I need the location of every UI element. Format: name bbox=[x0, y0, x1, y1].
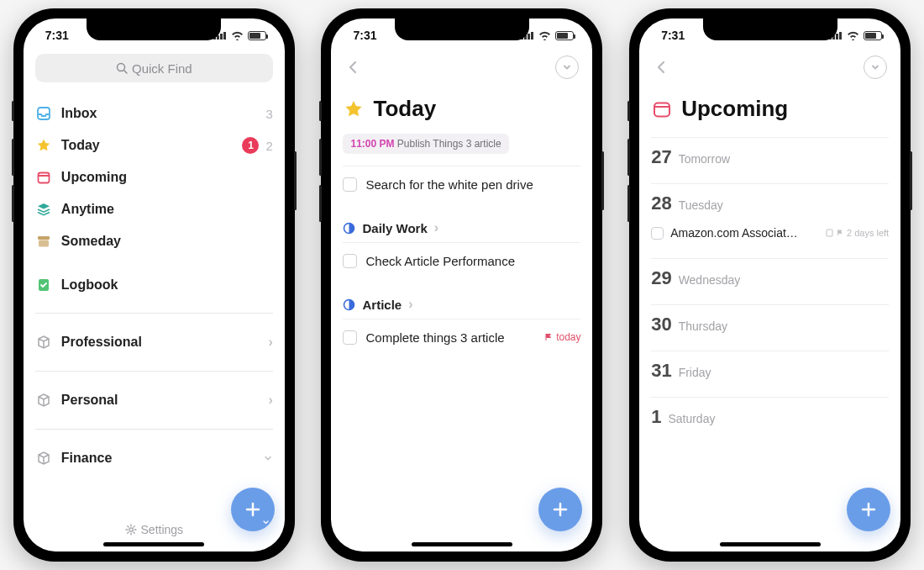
more-options-button[interactable] bbox=[555, 55, 579, 79]
sidebar-item-label: Logbook bbox=[61, 277, 273, 293]
search-placeholder: Quick Find bbox=[132, 61, 192, 76]
battery-icon bbox=[555, 31, 574, 40]
chevron-right-icon: › bbox=[434, 220, 438, 235]
overdue-badge: 1 bbox=[242, 137, 259, 154]
deadline-label: today bbox=[556, 331, 580, 343]
task-label: Search for the white pen drive bbox=[365, 177, 533, 192]
note-icon bbox=[826, 229, 833, 237]
sidebar-item-someday[interactable]: Someday bbox=[35, 225, 273, 257]
event-text: Publish Things 3 article bbox=[397, 138, 501, 150]
home-indicator[interactable] bbox=[103, 542, 204, 546]
day-section-27[interactable]: 27Tomorrow bbox=[651, 137, 889, 168]
project-daily-work[interactable]: Daily Work › bbox=[343, 220, 580, 235]
task-label: Complete things 3 article bbox=[365, 330, 504, 345]
task-row[interactable]: Amazon.com Associat… 2 days left bbox=[651, 223, 889, 243]
area-label: Personal bbox=[61, 393, 260, 408]
status-time: 7:31 bbox=[661, 29, 685, 42]
cube-icon bbox=[35, 450, 52, 467]
flag-icon bbox=[544, 333, 553, 341]
svg-line-5 bbox=[123, 71, 127, 74]
area-label: Finance bbox=[61, 451, 254, 466]
sidebar-item-inbox[interactable]: Inbox 3 bbox=[35, 98, 273, 129]
sidebar-item-upcoming[interactable]: Upcoming bbox=[35, 161, 273, 193]
svg-point-12 bbox=[129, 528, 132, 531]
task-row[interactable]: Complete things 3 article today bbox=[343, 319, 580, 355]
back-button[interactable] bbox=[653, 56, 669, 78]
inbox-icon bbox=[35, 105, 52, 122]
area-personal[interactable]: Personal › bbox=[35, 383, 273, 417]
task-checkbox[interactable] bbox=[343, 330, 357, 345]
back-button[interactable] bbox=[344, 56, 361, 78]
task-label: Check Article Performance bbox=[365, 254, 515, 268]
day-section-28[interactable]: 28Tuesday Amazon.com Associat… 2 days le… bbox=[651, 183, 889, 243]
cube-icon bbox=[35, 392, 52, 409]
star-icon bbox=[35, 137, 52, 154]
chevron-down-icon bbox=[562, 62, 572, 72]
new-task-button[interactable] bbox=[538, 488, 582, 531]
svg-rect-17 bbox=[528, 34, 530, 40]
task-checkbox[interactable] bbox=[651, 227, 664, 240]
new-task-button[interactable] bbox=[847, 488, 890, 531]
status-time: 7:31 bbox=[45, 29, 69, 42]
svg-rect-2 bbox=[220, 34, 223, 40]
chevron-down-icon bbox=[263, 453, 273, 463]
task-checkbox[interactable] bbox=[343, 254, 357, 268]
search-input[interactable]: Quick Find bbox=[35, 54, 273, 82]
home-indicator[interactable] bbox=[720, 542, 821, 546]
svg-rect-27 bbox=[654, 103, 669, 116]
day-section-30[interactable]: 30Thursday bbox=[651, 304, 889, 335]
project-article[interactable]: Article › bbox=[343, 297, 580, 312]
svg-rect-3 bbox=[223, 32, 226, 40]
task-checkbox[interactable] bbox=[343, 177, 357, 192]
new-task-button[interactable] bbox=[231, 488, 275, 531]
settings-button[interactable]: Settings bbox=[125, 523, 184, 536]
sidebar-item-today[interactable]: Today 1 2 bbox=[35, 129, 273, 161]
day-number: 31 bbox=[651, 360, 671, 382]
area-professional[interactable]: Professional › bbox=[35, 325, 273, 359]
home-indicator[interactable] bbox=[412, 542, 512, 546]
page-title: Upcoming bbox=[681, 96, 788, 122]
day-section-1[interactable]: 1Saturday bbox=[651, 397, 889, 428]
task-row[interactable]: Search for the white pen drive bbox=[343, 166, 580, 202]
chevron-down-icon bbox=[263, 520, 269, 525]
day-number: 1 bbox=[651, 406, 661, 428]
sidebar-item-logbook[interactable]: Logbook bbox=[35, 269, 273, 301]
day-number: 29 bbox=[651, 267, 671, 289]
day-number: 30 bbox=[651, 314, 671, 335]
sidebar-item-label: Anytime bbox=[61, 202, 273, 217]
settings-label: Settings bbox=[141, 523, 184, 536]
archive-icon bbox=[35, 233, 52, 250]
page-title: Today bbox=[373, 96, 436, 122]
more-options-button[interactable] bbox=[864, 55, 887, 79]
area-finance[interactable]: Finance bbox=[35, 441, 273, 475]
chevron-right-icon: › bbox=[269, 393, 273, 408]
day-section-31[interactable]: 31Friday bbox=[651, 351, 889, 382]
deadline-label: 2 days left bbox=[847, 228, 889, 238]
project-label: Daily Work bbox=[362, 221, 427, 235]
scheduled-event[interactable]: 11:00 PM Publish Things 3 article bbox=[343, 134, 508, 154]
logbook-icon bbox=[35, 277, 52, 293]
day-number: 28 bbox=[651, 193, 671, 214]
project-progress-icon bbox=[343, 298, 355, 311]
day-name: Wednesday bbox=[679, 273, 741, 287]
plus-icon bbox=[244, 500, 262, 519]
day-section-29[interactable]: 29Wednesday bbox=[651, 258, 889, 289]
svg-rect-10 bbox=[39, 240, 49, 247]
day-name: Tuesday bbox=[679, 198, 723, 212]
plus-icon bbox=[859, 500, 878, 519]
plus-icon bbox=[551, 500, 570, 519]
task-row[interactable]: Check Article Performance bbox=[343, 243, 580, 278]
svg-rect-25 bbox=[836, 34, 838, 40]
sidebar-item-anytime[interactable]: Anytime bbox=[35, 193, 273, 225]
day-name: Saturday bbox=[668, 412, 715, 425]
svg-rect-7 bbox=[38, 173, 49, 183]
day-number: 27 bbox=[651, 146, 671, 168]
sidebar-item-label: Someday bbox=[61, 234, 273, 249]
project-progress-icon bbox=[343, 222, 355, 235]
svg-rect-9 bbox=[38, 236, 50, 240]
svg-rect-26 bbox=[839, 32, 842, 40]
area-label: Professional bbox=[61, 335, 260, 350]
project-label: Article bbox=[362, 298, 402, 312]
wifi-icon bbox=[847, 31, 859, 40]
sidebar-item-label: Inbox bbox=[61, 106, 257, 121]
